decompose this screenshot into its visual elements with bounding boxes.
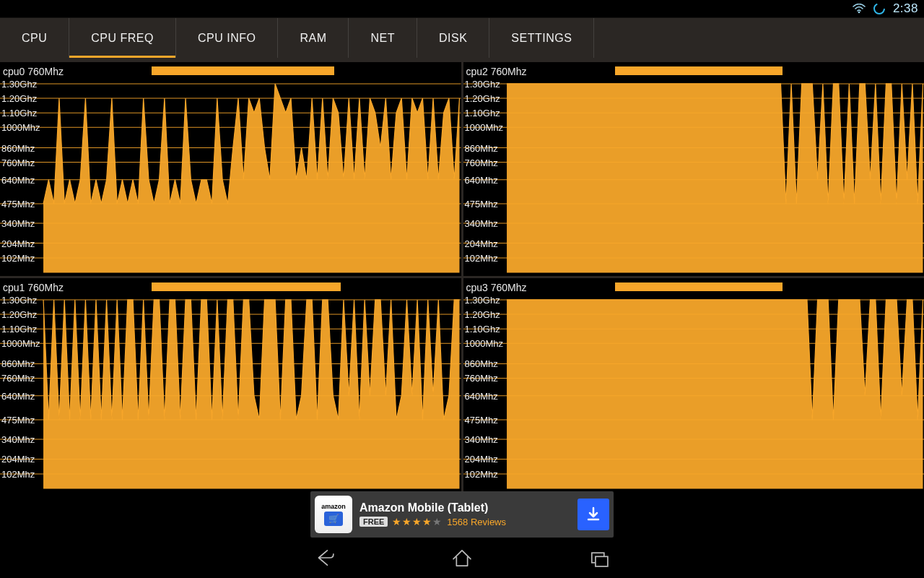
tab-disk[interactable]: DISK xyxy=(417,18,489,58)
wifi-icon xyxy=(853,4,866,14)
chart-cpu0: cpu0 760Mhz 102Mhz204Mhz340Mhz475Mhz640M… xyxy=(0,62,461,276)
nav-bar xyxy=(0,538,924,578)
svg-rect-51 xyxy=(596,556,608,566)
tab-cpu-freq[interactable]: CPU FREQ xyxy=(69,18,176,58)
ad-banner[interactable]: amazon Amazon Mobile (Tablet) FREE ★★★★★… xyxy=(310,491,614,538)
chart-cpu3: cpu3 760Mhz 102Mhz204Mhz340Mhz475Mhz640M… xyxy=(463,278,925,492)
recent-apps-button[interactable] xyxy=(585,543,614,572)
tab-ram[interactable]: RAM xyxy=(278,18,349,58)
tab-net[interactable]: NET xyxy=(349,18,417,58)
home-button[interactable] xyxy=(448,543,476,572)
tab-cpu-info[interactable]: CPU INFO xyxy=(176,18,278,58)
chart-cpu2: cpu2 760Mhz 102Mhz204Mhz340Mhz475Mhz640M… xyxy=(463,62,925,276)
svg-point-0 xyxy=(858,12,860,14)
chart-grid: cpu0 760Mhz 102Mhz204Mhz340Mhz475Mhz640M… xyxy=(0,58,924,491)
ad-app-icon: amazon xyxy=(315,496,352,533)
tab-settings[interactable]: SETTINGS xyxy=(489,18,594,58)
load-bar xyxy=(615,282,920,291)
sync-icon xyxy=(873,2,886,15)
status-bar: 2:38 xyxy=(0,0,924,17)
ad-download-button[interactable] xyxy=(578,499,609,530)
ad-reviews: 1568 Reviews xyxy=(447,517,506,527)
load-bar xyxy=(615,66,920,75)
back-button[interactable] xyxy=(310,543,339,572)
ad-price-badge: FREE xyxy=(359,517,388,527)
tab-cpu[interactable]: CPU xyxy=(0,18,69,58)
ad-title: Amazon Mobile (Tablet) xyxy=(359,501,572,514)
ad-stars: ★★★★★ xyxy=(392,516,443,527)
clock: 2:38 xyxy=(893,1,918,16)
chart-cpu1: cpu1 760Mhz 102Mhz204Mhz340Mhz475Mhz640M… xyxy=(0,278,461,492)
tab-bar: CPU CPU FREQ CPU INFO RAM NET DISK SETTI… xyxy=(0,17,924,58)
svg-point-1 xyxy=(874,4,884,14)
load-bar xyxy=(152,66,456,75)
load-bar xyxy=(152,282,456,291)
